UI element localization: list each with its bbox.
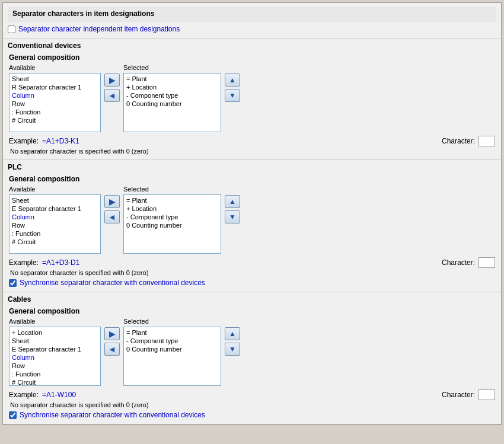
example-label: Example:: [9, 258, 39, 267]
move-up-btn[interactable]: ▲: [225, 74, 240, 87]
available-item[interactable]: Sheet: [11, 196, 99, 205]
selected-listbox[interactable]: = Plant- Component type0 Counting number: [123, 327, 221, 386]
selected-item[interactable]: 0 Counting number: [125, 221, 219, 229]
available-item[interactable]: Row: [11, 362, 99, 370]
up-down-col: ▲ ▼: [225, 74, 240, 102]
move-down-btn[interactable]: ▼: [225, 89, 240, 102]
separator-independent-label[interactable]: Separator character independent item des…: [18, 25, 180, 33]
selected-col: Selected = Plant+ Location- Component ty…: [123, 186, 221, 254]
available-item[interactable]: : Function: [11, 229, 99, 238]
move-right-btn[interactable]: ▶: [104, 74, 120, 87]
selected-item[interactable]: - Component type: [125, 91, 219, 100]
available-item[interactable]: Column: [11, 91, 99, 100]
available-col: Available + LocationSheetE Separator cha…: [9, 318, 101, 386]
sync-label[interactable]: Synchronise separator character with con…: [20, 279, 205, 287]
move-right-btn[interactable]: ▶: [104, 327, 120, 340]
selected-listbox[interactable]: = Plant+ Location- Component type0 Count…: [123, 194, 221, 254]
selected-item[interactable]: = Plant: [125, 196, 219, 205]
available-item[interactable]: Sheet: [11, 337, 99, 345]
section-cables: Cables General composition Available + L…: [3, 292, 501, 424]
available-item[interactable]: Column: [11, 353, 99, 362]
example-value: =A1-W100: [42, 391, 76, 399]
char-label: Character:: [442, 391, 475, 399]
available-item[interactable]: E Separator character 1: [11, 205, 99, 213]
top-header-text: Separator characters in item designation…: [12, 9, 154, 18]
char-input[interactable]: [479, 136, 495, 146]
selected-col: Selected = Plant+ Location- Component ty…: [123, 64, 221, 132]
example-value: =A1+D3-D1: [42, 258, 79, 267]
arrow-col: ▶ ◄: [104, 195, 120, 223]
section-name: Cables: [3, 292, 501, 305]
selected-item[interactable]: 0 Counting number: [125, 345, 219, 353]
selected-item[interactable]: = Plant: [125, 75, 219, 83]
sections-container: Conventional devices General composition…: [3, 39, 501, 424]
move-left-btn[interactable]: ◄: [104, 343, 120, 356]
arrow-col: ▶ ◄: [104, 74, 120, 102]
selected-item[interactable]: - Component type: [125, 213, 219, 221]
sync-row: Synchronise separator character with con…: [9, 279, 495, 287]
section-name: Conventional devices: [3, 39, 501, 52]
available-label: Available: [9, 318, 101, 325]
separator-independent-row: Separator character independent item des…: [8, 25, 496, 33]
separator-independent-checkbox[interactable]: [8, 25, 15, 33]
selected-listbox[interactable]: = Plant+ Location- Component type0 Count…: [123, 73, 221, 132]
available-item[interactable]: Column: [11, 213, 99, 221]
available-listbox[interactable]: SheetE Separator character 1ColumnRow: F…: [9, 194, 101, 254]
move-down-btn[interactable]: ▼: [225, 343, 240, 356]
move-up-btn[interactable]: ▲: [225, 195, 240, 208]
move-right-btn[interactable]: ▶: [104, 195, 120, 208]
move-down-btn[interactable]: ▼: [225, 210, 240, 223]
up-down-col: ▲ ▼: [225, 327, 240, 356]
available-col: Available SheetR Separator character 1Co…: [9, 64, 101, 132]
selected-item[interactable]: + Location: [125, 205, 219, 213]
sync-row: Synchronise separator character with con…: [9, 411, 495, 419]
available-item[interactable]: : Function: [11, 108, 99, 116]
char-input[interactable]: [479, 389, 495, 400]
gc-body: Available SheetE Separator character 1Co…: [9, 186, 495, 254]
top-section: Separator characters in item designation…: [3, 3, 501, 39]
selected-label: Selected: [123, 318, 221, 325]
section-name: PLC: [3, 160, 501, 173]
top-header: Separator characters in item designation…: [8, 7, 496, 21]
selected-item[interactable]: 0 Counting number: [125, 100, 219, 108]
gc-body: Available + LocationSheetE Separator cha…: [9, 318, 495, 386]
available-listbox[interactable]: SheetR Separator character 1ColumnRow: F…: [9, 73, 101, 132]
available-item[interactable]: Row: [11, 100, 99, 108]
sync-checkbox[interactable]: [9, 411, 17, 419]
selected-item[interactable]: + Location: [125, 83, 219, 91]
selected-item[interactable]: - Component type: [125, 337, 219, 345]
char-label: Character:: [442, 258, 475, 267]
available-listbox[interactable]: + LocationSheetE Separator character 1Co…: [9, 327, 101, 386]
no-sep-note: No separator character is specified with…: [9, 269, 495, 276]
example-row: Example: =A1-W100 Character:: [9, 389, 495, 400]
example-label: Example:: [9, 391, 39, 399]
up-down-col: ▲ ▼: [225, 195, 240, 223]
example-value: =A1+D3-K1: [42, 137, 79, 145]
available-item[interactable]: # Circuit: [11, 116, 99, 124]
section-plc: PLC General composition Available SheetE…: [3, 160, 501, 292]
available-item[interactable]: # Circuit: [11, 378, 99, 386]
available-label: Available: [9, 186, 101, 193]
available-item[interactable]: : Function: [11, 370, 99, 378]
available-item[interactable]: R Separator character 1: [11, 83, 99, 91]
available-item[interactable]: E Separator character 1: [11, 345, 99, 353]
selected-item[interactable]: = Plant: [125, 328, 219, 337]
gc-title: General composition: [9, 307, 495, 315]
move-left-btn[interactable]: ◄: [104, 210, 120, 223]
gc-title: General composition: [9, 53, 495, 62]
move-up-btn[interactable]: ▲: [225, 327, 240, 340]
available-item[interactable]: + Location: [11, 328, 99, 337]
selected-col: Selected = Plant- Component type0 Counti…: [123, 318, 221, 386]
available-item[interactable]: # Circuit: [11, 238, 99, 246]
available-item[interactable]: Row: [11, 221, 99, 229]
available-item[interactable]: Sheet: [11, 75, 99, 83]
available-col: Available SheetE Separator character 1Co…: [9, 186, 101, 254]
move-left-btn[interactable]: ◄: [104, 89, 120, 102]
sync-label[interactable]: Synchronise separator character with con…: [20, 411, 205, 419]
gc-body: Available SheetR Separator character 1Co…: [9, 64, 495, 132]
example-label: Example:: [9, 137, 39, 145]
example-row: Example: =A1+D3-D1 Character:: [9, 257, 495, 268]
char-input[interactable]: [479, 257, 495, 268]
gc-title: General composition: [9, 175, 495, 183]
sync-checkbox[interactable]: [9, 279, 17, 287]
